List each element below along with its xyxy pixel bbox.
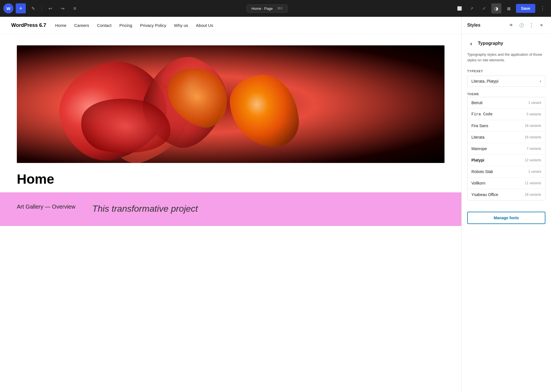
home-title: Home	[17, 171, 444, 187]
chevron-right-icon: ›	[540, 79, 541, 84]
back-button[interactable]	[467, 39, 475, 47]
dots-icon	[540, 5, 545, 11]
page-shortcut: ⌘K	[277, 6, 283, 10]
site-logo: WordPress 6.7	[11, 22, 46, 28]
font-variants-firasans: 18 variants	[525, 124, 541, 128]
font-variants-manrope: 7 variants	[527, 147, 541, 151]
panel-body: Typography Typography styles and the app…	[462, 34, 551, 206]
font-row-vollkorn[interactable]: Vollkorn 11 variants	[467, 178, 545, 189]
back-icon	[470, 40, 472, 47]
save-button[interactable]: Save	[516, 4, 535, 13]
preview-icon-button[interactable]	[507, 21, 515, 29]
typeset-label: TYPESET	[467, 69, 545, 73]
bottom-right-text: This transformative project	[92, 204, 198, 215]
font-name-platypi: Platypi	[471, 158, 484, 162]
undo-button[interactable]	[45, 3, 55, 13]
font-row-robotoslab[interactable]: Roboto Slab 1 variant	[467, 166, 545, 178]
font-name-vollkorn: Vollkorn	[471, 181, 485, 185]
close-panel-button[interactable]: ×	[538, 21, 545, 29]
separator	[41, 5, 42, 12]
bottom-section: Art Gallery — Overview This transformati…	[0, 192, 461, 226]
hero-image-container	[17, 45, 444, 163]
close-icon: ×	[540, 22, 543, 28]
list-icon	[73, 6, 77, 11]
resize-icon	[482, 6, 486, 11]
contrast-icon	[494, 6, 498, 11]
font-list: Beiruti 1 variant Fira Code 5 variants F…	[467, 97, 545, 200]
history-icon-button[interactable]	[517, 21, 525, 29]
nav-item-contact[interactable]: Contact	[97, 23, 112, 28]
wp-icon: W	[6, 6, 10, 11]
eye-icon	[509, 23, 513, 28]
font-row-platypi[interactable]: Platypi 12 variants	[467, 155, 545, 166]
document-overview-button[interactable]	[70, 3, 80, 13]
typeset-row[interactable]: Literata, Platypi ›	[467, 76, 545, 87]
clock-icon	[519, 23, 524, 28]
font-name-beiruti: Beiruti	[471, 101, 483, 105]
tools-button[interactable]	[28, 3, 38, 13]
more-options-button[interactable]	[538, 3, 548, 13]
font-name-robotoslab: Roboto Slab	[471, 169, 493, 174]
nav-item-pricing[interactable]: Pricing	[119, 23, 132, 28]
redo-button[interactable]	[57, 3, 68, 13]
typography-description: Typography styles and the application of…	[467, 52, 545, 63]
typography-header: Typography	[467, 39, 545, 47]
font-variants-beiruti: 1 variant	[528, 101, 541, 105]
screen-icon	[457, 6, 462, 11]
font-variants-robotoslab: 1 variant	[528, 170, 541, 174]
font-variants-firacode: 5 variants	[527, 112, 541, 116]
typography-title: Typography	[478, 41, 503, 46]
font-row-literata[interactable]: Literata 16 variants	[467, 132, 545, 143]
font-row-beiruti[interactable]: Beiruti 1 variant	[467, 97, 545, 109]
more-panel-options-button[interactable]	[527, 21, 535, 29]
page-info[interactable]: Home · Page ⌘K	[247, 4, 288, 13]
font-variants-literata: 16 variants	[525, 135, 541, 139]
toolbar-right: Save	[454, 3, 548, 13]
font-name-literata: Literata	[471, 135, 485, 139]
styles-panel: Styles ×	[461, 17, 551, 392]
panel-title: Styles	[467, 23, 480, 28]
redo-icon	[61, 6, 64, 11]
font-variants-platypi: 12 variants	[525, 158, 541, 162]
font-variants-ysabeau: 18 variants	[525, 193, 541, 197]
nav-item-careers[interactable]: Careers	[74, 23, 89, 28]
site-nav: WordPress 6.7 Home Careers Contact Prici…	[0, 17, 461, 34]
font-name-manrope: Manrope	[471, 146, 487, 151]
link-icon	[470, 6, 473, 11]
contrast-button[interactable]	[491, 3, 501, 13]
panel-header: Styles ×	[462, 17, 551, 34]
sidebar-toggle-button[interactable]	[504, 3, 514, 13]
font-name-ysabeau: Ysabeau Office	[471, 192, 498, 197]
plus-icon	[19, 5, 22, 12]
font-row-firasans[interactable]: Fira Sans 18 variants	[467, 120, 545, 132]
stamen	[228, 72, 301, 150]
nav-item-home[interactable]: Home	[55, 23, 66, 28]
typeset-value: Literata, Platypi	[471, 79, 499, 83]
view-button[interactable]	[454, 3, 464, 13]
sidebar-icon	[507, 6, 511, 11]
bottom-left-text: Art Gallery — Overview	[17, 204, 75, 215]
nav-item-privacy[interactable]: Privacy Policy	[140, 23, 166, 28]
undo-icon	[48, 6, 52, 11]
toolbar-center: Home · Page ⌘K	[82, 4, 452, 13]
panel-header-icons: ×	[507, 21, 545, 29]
add-block-button[interactable]	[16, 3, 26, 13]
wp-logo[interactable]: W	[3, 3, 13, 13]
nav-links: Home Careers Contact Pricing Privacy Pol…	[55, 23, 213, 28]
font-row-manrope[interactable]: Manrope 7 variants	[467, 143, 545, 155]
theme-label: THEME	[467, 92, 545, 96]
external-link-button[interactable]	[467, 3, 477, 13]
font-variants-vollkorn: 11 variants	[525, 181, 541, 185]
pen-icon	[31, 6, 35, 11]
font-row-ysabeau[interactable]: Ysabeau Office 18 variants	[467, 189, 545, 200]
font-row-firacode[interactable]: Fira Code 5 variants	[467, 109, 545, 120]
nav-item-whyus[interactable]: Why us	[174, 23, 188, 28]
main-area: WordPress 6.7 Home Careers Contact Prici…	[0, 17, 551, 392]
font-name-firacode: Fira Code	[471, 112, 493, 116]
font-name-firasans: Fira Sans	[471, 123, 488, 128]
page-preview: WordPress 6.7 Home Careers Contact Prici…	[0, 17, 461, 392]
nav-item-aboutus[interactable]: About Us	[196, 23, 213, 28]
manage-fonts-button[interactable]: Manage fonts	[467, 212, 545, 224]
zoom-button[interactable]	[479, 3, 489, 13]
hero-image	[17, 45, 444, 163]
